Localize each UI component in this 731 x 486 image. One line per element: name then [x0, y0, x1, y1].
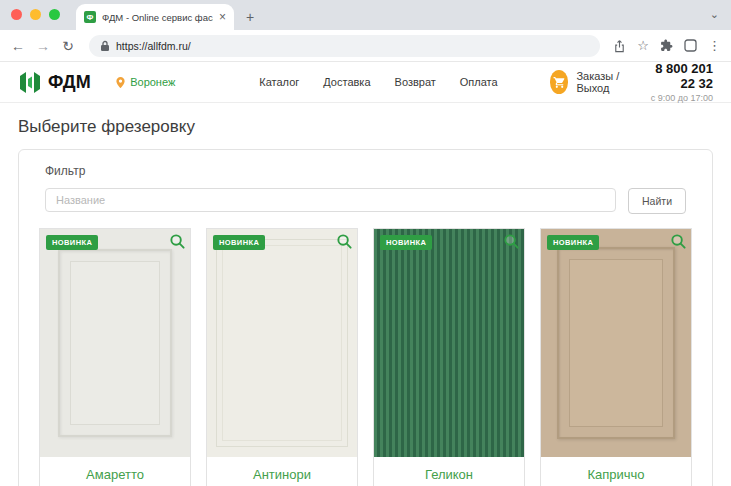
- magnifier-icon[interactable]: [670, 233, 687, 254]
- city-selector[interactable]: Воронеж: [115, 76, 175, 89]
- new-tab-button[interactable]: +: [246, 10, 254, 24]
- cart-icon: [553, 76, 566, 89]
- orders-logout-link[interactable]: Заказы / Выход: [576, 70, 638, 94]
- product-name[interactable]: Амаретто: [40, 457, 190, 486]
- search-button[interactable]: Найти: [628, 188, 686, 214]
- product-image: НОВИНКА: [374, 229, 524, 457]
- nav-item-returns[interactable]: Возврат: [395, 76, 436, 88]
- working-hours: с 9:00 до 17:00: [638, 93, 713, 103]
- location-pin-icon: [115, 76, 126, 89]
- magnifier-icon[interactable]: [336, 233, 353, 254]
- contact-phone-block: 8 800 201 22 32 с 9:00 до 17:00: [638, 61, 713, 103]
- product-name[interactable]: Каприччо: [541, 457, 691, 486]
- nav-item-payment[interactable]: Оплата: [460, 76, 498, 88]
- browser-toolbar: ← → ↻ https://allfdm.ru/ ☆ ⋮: [0, 30, 731, 62]
- product-card[interactable]: НОВИНКА Антинори: [206, 228, 358, 486]
- browser-window: Ф ФДМ - Online сервис фасадов × + ⌄ ← → …: [0, 0, 731, 486]
- page-title: Выберите фрезеровку: [18, 117, 713, 137]
- magnifier-icon[interactable]: [503, 233, 520, 254]
- new-badge: НОВИНКА: [547, 235, 599, 250]
- close-window-icon[interactable]: [11, 9, 22, 20]
- product-grid: НОВИНКА Амаретто НОВИНКА Антинори: [19, 228, 712, 486]
- side-panel-icon[interactable]: [684, 39, 697, 52]
- catalog-panel: Фильтр Найти НОВИНКА Амаретто: [18, 149, 713, 486]
- bookmark-star-icon[interactable]: ☆: [637, 39, 649, 52]
- product-name[interactable]: Геликон: [374, 457, 524, 486]
- address-bar[interactable]: https://allfdm.ru/: [89, 35, 600, 57]
- filter-name-input[interactable]: [45, 188, 616, 212]
- browser-tab[interactable]: Ф ФДМ - Online сервис фасадов ×: [76, 4, 234, 30]
- tab-search-chevron-icon[interactable]: ⌄: [710, 8, 719, 21]
- phone-number: 8 800 201 22 32: [638, 61, 713, 91]
- nav-item-catalog[interactable]: Каталог: [259, 76, 299, 88]
- filter-section: Фильтр Найти: [19, 164, 712, 214]
- product-card[interactable]: НОВИНКА Каприччо: [540, 228, 692, 486]
- extensions-puzzle-icon[interactable]: [660, 39, 673, 52]
- logo-mark-icon: [18, 70, 43, 95]
- product-image: НОВИНКА: [207, 229, 357, 457]
- minimize-window-icon[interactable]: [30, 9, 41, 20]
- nav-item-delivery[interactable]: Доставка: [323, 76, 370, 88]
- forward-icon[interactable]: →: [35, 39, 51, 53]
- reload-icon[interactable]: ↻: [60, 39, 76, 53]
- back-icon[interactable]: ←: [10, 39, 26, 53]
- browser-menu-icon[interactable]: ⋮: [708, 39, 721, 52]
- logo-text: ФДМ: [48, 72, 91, 93]
- toolbar-right-icons: ☆ ⋮: [613, 39, 721, 53]
- site-favicon-icon: Ф: [84, 11, 96, 23]
- filter-title: Фильтр: [45, 164, 686, 178]
- close-tab-icon[interactable]: ×: [219, 11, 226, 23]
- product-card[interactable]: НОВИНКА Геликон: [373, 228, 525, 486]
- tab-title: ФДМ - Online сервис фасадов: [102, 12, 213, 23]
- lock-icon: [100, 40, 110, 52]
- maximize-window-icon[interactable]: [49, 9, 60, 20]
- main-nav: Каталог Доставка Возврат Оплата: [259, 76, 497, 88]
- account-area: Заказы / Выход: [550, 70, 638, 94]
- magnifier-icon[interactable]: [169, 233, 186, 254]
- url-text: https://allfdm.ru/: [116, 40, 191, 52]
- product-name[interactable]: Антинори: [207, 457, 357, 486]
- product-image: НОВИНКА: [40, 229, 190, 457]
- site-header: ФДМ Воронеж Каталог Доставка Возврат Опл…: [0, 62, 731, 103]
- site-logo[interactable]: ФДМ: [18, 70, 91, 95]
- traffic-lights: [11, 9, 60, 20]
- new-badge: НОВИНКА: [213, 235, 265, 250]
- new-badge: НОВИНКА: [380, 235, 432, 250]
- tab-strip: Ф ФДМ - Online сервис фасадов × + ⌄: [0, 0, 731, 30]
- filter-row: Найти: [45, 188, 686, 214]
- page-content: Выберите фрезеровку Фильтр Найти НОВИНКА: [0, 117, 731, 486]
- cart-button[interactable]: [550, 70, 569, 94]
- share-icon[interactable]: [613, 39, 626, 53]
- product-image: НОВИНКА: [541, 229, 691, 457]
- product-card[interactable]: НОВИНКА Амаретто: [39, 228, 191, 486]
- city-name: Воронеж: [130, 76, 175, 88]
- new-badge: НОВИНКА: [46, 235, 98, 250]
